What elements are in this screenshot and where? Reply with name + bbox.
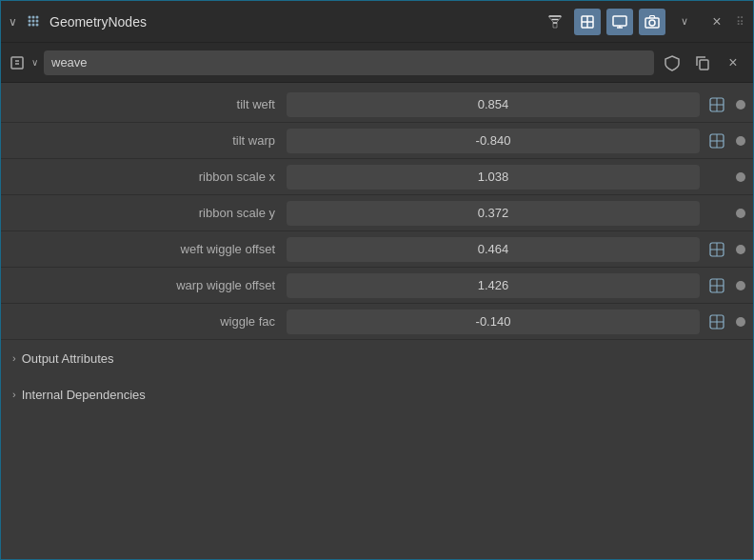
svg-rect-24 [700,60,708,70]
search-type-button[interactable]: ∨ [9,52,38,73]
prop-row-tilt-weft: tilt weft 0.854 [1,87,753,123]
svg-rect-21 [11,57,23,69]
svg-rect-16 [613,16,626,26]
svg-point-2 [36,15,39,18]
prop-field-ribbon-scale-y[interactable]: 0.372 [287,201,700,226]
section-internal-dependencies-label: Internal Dependencies [22,388,146,402]
filter-icon-button[interactable] [542,9,568,35]
prop-value-wrap-warp-wiggle-offset: 1.426 [287,273,745,298]
keyframe-button-warp-wiggle-offset[interactable] [705,274,728,297]
prop-row-tilt-warp: tilt warp -0.840 [1,123,753,159]
prop-value-wrap-ribbon-scale-y: 0.372 [287,201,745,226]
search-input[interactable] [51,55,646,70]
prop-label-weft-wiggle-offset: weft wiggle offset [1,242,287,256]
prop-row-weft-wiggle-offset: weft wiggle offset 0.464 [1,231,753,268]
prop-value-wrap-ribbon-scale-x: 1.038 [287,165,745,190]
prop-value-wrap-tilt-warp: -0.840 [287,129,745,153]
prop-label-ribbon-scale-x: ribbon scale x [1,170,287,184]
prop-value-wrap-tilt-weft: 0.854 [287,92,745,117]
prop-label-warp-wiggle-offset: warp wiggle offset [1,278,287,292]
prop-row-ribbon-scale-y: ribbon scale y 0.372 [1,195,753,231]
panel-drag-handle [25,11,42,32]
prop-field-wiggle-fac[interactable]: -0.140 [287,310,700,334]
svg-point-5 [36,19,39,22]
svg-point-7 [32,23,35,26]
chevron-output-attributes-icon: › [12,352,16,364]
prop-row-wiggle-fac: wiggle fac -0.140 [1,304,753,340]
section-internal-dependencies[interactable]: › Internal Dependencies [1,376,753,412]
svg-point-8 [36,23,39,26]
prop-dot-wiggle-fac[interactable] [736,317,745,327]
prop-label-tilt-warp: tilt warp [1,133,287,148]
prop-dot-weft-wiggle-offset[interactable] [736,245,745,254]
prop-row-warp-wiggle-offset: warp wiggle offset 1.426 [1,268,753,304]
close-button[interactable]: × [704,9,730,35]
drag-handle-icon: ⠿ [736,15,745,29]
section-output-attributes-label: Output Attributes [22,351,114,366]
panel: ∨ GeometryNodes [0,0,754,560]
search-input-wrapper [44,50,654,75]
search-actions: × [660,50,745,75]
prop-field-tilt-warp[interactable]: -0.840 [287,129,700,153]
keyframe-button-wiggle-fac[interactable] [705,310,728,333]
header-icon-group: ∨ × ⠿ [542,9,745,35]
prop-field-weft-wiggle-offset[interactable]: 0.464 [287,237,700,262]
prop-row-ribbon-scale-x: ribbon scale x 1.038 [1,159,753,195]
prop-field-ribbon-scale-x[interactable]: 1.038 [287,165,700,190]
prop-dot-ribbon-scale-x[interactable] [736,172,745,182]
keyframe-button-weft-wiggle-offset[interactable] [705,238,728,261]
prop-dot-tilt-weft[interactable] [736,100,745,110]
prop-dot-ribbon-scale-y[interactable] [736,209,745,218]
prop-label-tilt-weft: tilt weft [1,97,287,111]
section-output-attributes[interactable]: › Output Attributes [1,340,753,376]
svg-point-6 [29,23,31,26]
prop-field-tilt-weft[interactable]: 0.854 [287,92,700,117]
prop-label-ribbon-scale-y: ribbon scale y [1,206,287,220]
chevron-internal-dependencies-icon: › [12,389,16,400]
svg-point-3 [29,19,31,22]
properties-panel: tilt weft 0.854 tilt warp -0.840 [1,83,753,559]
keyframe-button-tilt-weft[interactable] [705,93,728,116]
prop-dot-tilt-warp[interactable] [736,136,745,146]
svg-point-1 [32,15,35,18]
keyframe-button-tilt-warp[interactable] [705,130,728,152]
header-chevron-button[interactable]: ∨ [671,9,698,35]
panel-collapse-button[interactable]: ∨ [9,15,17,29]
camera-icon-button[interactable] [639,9,665,35]
copy-button[interactable] [690,50,715,75]
header-bar: ∨ GeometryNodes [1,1,753,43]
search-bar: ∨ × [1,43,753,83]
display-icon-button[interactable] [606,9,633,35]
prop-dot-warp-wiggle-offset[interactable] [736,281,745,290]
prop-field-warp-wiggle-offset[interactable]: 1.426 [287,273,700,298]
prop-value-wrap-weft-wiggle-offset: 0.464 [287,237,745,262]
search-close-button[interactable]: × [721,50,745,75]
shield-button[interactable] [660,50,685,75]
svg-point-20 [649,20,655,26]
prop-label-wiggle-fac: wiggle fac [1,314,287,329]
select-icon-button[interactable] [574,9,601,35]
prop-value-wrap-wiggle-fac: -0.140 [287,310,745,334]
svg-point-0 [29,15,31,18]
svg-point-4 [32,19,35,22]
svg-marker-9 [548,16,562,28]
panel-title: GeometryNodes [50,14,534,30]
